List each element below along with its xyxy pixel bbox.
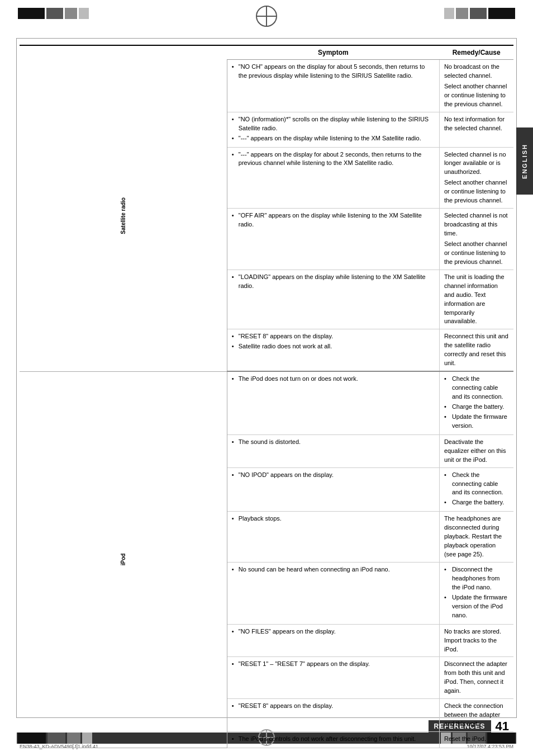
remedy-cell-1-4: Disconnect the headphones from the iPod … xyxy=(439,563,513,625)
remedy-cell-1-3: The headphones are disconnected during p… xyxy=(439,512,513,563)
symptom-cell-1-0: The iPod does not turn on or does not wo… xyxy=(227,371,439,434)
remedy-cell-1-6: Disconnect the adapter from both this un… xyxy=(439,657,513,699)
top-bar-block-3 xyxy=(65,8,77,19)
remedy-cell-1-7: Check the connection between the adapter… xyxy=(439,699,513,732)
remedy-header: Remedy/Cause xyxy=(439,45,513,60)
symptom-header: Symptom xyxy=(227,45,439,60)
remedy-cell-0-2: Selected channel is no longer available … xyxy=(439,147,513,209)
main-content: Symptom Remedy/Cause Satellite radio"NO … xyxy=(20,45,513,711)
symptom-cell-0-5: "RESET 8" appears on the display.Satelli… xyxy=(227,329,439,371)
top-bar-block-r1 xyxy=(488,8,515,19)
remedy-cell-0-5: Reconnect this unit and the satellite ra… xyxy=(439,329,513,371)
remedy-cell-1-1: Deactivate the equalizer either on this … xyxy=(439,434,513,467)
top-bar-block-4 xyxy=(79,8,89,19)
top-bar-block-1 xyxy=(18,8,45,19)
symptom-cell-1-3: Playback stops. xyxy=(227,512,439,563)
top-bar-block-r2 xyxy=(470,8,487,19)
english-tab: ENGLISH xyxy=(516,127,533,195)
symptom-cell-0-3: "OFF AIR" appears on the display while l… xyxy=(227,209,439,270)
symptom-cell-1-8: The iPod's controls do not work after di… xyxy=(227,732,439,748)
english-label: ENGLISH xyxy=(521,144,528,179)
top-bar-block-r4 xyxy=(444,8,454,19)
table-header: Symptom Remedy/Cause xyxy=(20,45,513,60)
symptom-cell-1-7: "RESET 8" appears on the display. xyxy=(227,699,439,732)
left-margin xyxy=(0,38,17,718)
symptom-cell-1-5: "NO FILES" appears on the display. xyxy=(227,624,439,657)
remedy-cell-1-8: Reset the iPod. xyxy=(439,732,513,748)
symptom-cell-0-4: "LOADING" appears on the display while l… xyxy=(227,270,439,329)
top-bar xyxy=(0,0,533,38)
top-crosshair xyxy=(256,6,277,27)
section-label-0: Satellite radio xyxy=(20,60,227,372)
remedy-cell-0-4: The unit is loading the channel informat… xyxy=(439,270,513,329)
remedy-cell-0-3: Selected channel is not broadcasting at … xyxy=(439,209,513,270)
table-row: Satellite radio"NO CH" appears on the di… xyxy=(20,60,513,112)
symptom-cell-1-6: "RESET 1" – "RESET 7" appears on the dis… xyxy=(227,657,439,699)
remedy-cell-1-5: No tracks are stored. Import tracks to t… xyxy=(439,624,513,657)
symptom-cell-0-0: "NO CH" appears on the display for about… xyxy=(227,60,439,112)
symptom-cell-0-2: "---" appears on the display for about 2… xyxy=(227,147,439,209)
right-margin: ENGLISH xyxy=(516,38,533,718)
symptom-cell-1-2: "NO IPOD" appears on the display. xyxy=(227,467,439,512)
symptom-cell-1-1: The sound is distorted. xyxy=(227,434,439,467)
remedy-cell-1-0: Check the connecting cable and its conne… xyxy=(439,371,513,434)
top-bar-block-r3 xyxy=(456,8,468,19)
table-row: iPodThe iPod does not turn on or does no… xyxy=(20,371,513,434)
remedy-cell-0-0: No broadcast on the selected channel.Sel… xyxy=(439,60,513,112)
symptom-cell-0-1: "NO (information)*" scrolls on the displ… xyxy=(227,112,439,147)
symptom-cell-1-4: No sound can be heard when connecting an… xyxy=(227,563,439,625)
top-rule xyxy=(17,38,516,39)
remedy-cell-0-1: No text information for the selected cha… xyxy=(439,112,513,147)
main-table: Symptom Remedy/Cause Satellite radio"NO … xyxy=(20,45,513,748)
top-bar-block-2 xyxy=(46,8,63,19)
section-label-1: iPod xyxy=(20,371,227,748)
remedy-cell-1-2: Check the connecting cable and its conne… xyxy=(439,467,513,512)
